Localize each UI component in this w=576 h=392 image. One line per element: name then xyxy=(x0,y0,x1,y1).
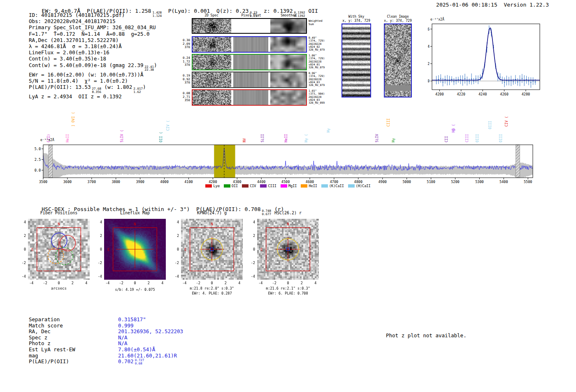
cutout-ytick: -4 xyxy=(171,274,179,278)
pixel-flat-image xyxy=(232,55,269,70)
row-scale-labels: 0.190.92370 xyxy=(173,74,190,85)
spec2d-image xyxy=(193,55,231,70)
cleanimage-subtitle: x, y: 374, 729 xyxy=(381,19,414,23)
emission-line-label: CIII xyxy=(387,118,390,127)
svg-text:3700: 3700 xyxy=(88,180,96,184)
match-row: Est LyA rest-EW7.80(±0.54)Å xyxy=(29,347,183,353)
svg-text:4: 4 xyxy=(428,44,430,49)
pixel-flat-image xyxy=(232,90,269,105)
smoothed-image xyxy=(270,90,306,105)
spec2d-image xyxy=(193,37,231,52)
svg-text:E: E xyxy=(260,248,262,252)
legend-label: HeII xyxy=(309,184,317,188)
info-line: ID: 4018170215 (4018170215.pdf) xyxy=(29,12,157,18)
cutout-xtick: -2 xyxy=(194,281,203,285)
spectrum-plot: 3500360037003800390040004100420043004400… xyxy=(25,138,555,187)
cutout-caption: m:21.6 re:2.1" s:0.3" xyxy=(247,286,329,290)
svg-text:4000: 4000 xyxy=(160,180,168,184)
info-line: Primary Spec_Slot_IFU_AMP: 326_082_034_R… xyxy=(29,24,157,30)
svg-text:E: E xyxy=(184,248,186,252)
cutout-xtick: 4 xyxy=(158,281,167,285)
svg-text:5.0: 5.0 xyxy=(35,147,41,151)
legend-label: (H)CaII xyxy=(356,184,371,188)
photz-note: Phot z plot not available. xyxy=(386,332,467,339)
svg-text:e⁻¹⁷x2Å: e⁻¹⁷x2Å xyxy=(40,138,54,142)
cutout-xtick: -4 xyxy=(180,281,189,285)
cutout-ytick: -2 xyxy=(247,261,255,265)
match-table: Separation0.315817" Match score0.999 RA,… xyxy=(29,317,183,365)
col-header-smoothed: Smoothed xyxy=(270,14,307,17)
svg-text:3900: 3900 xyxy=(136,180,144,184)
svg-text:6: 6 xyxy=(428,27,430,31)
spec2d-image xyxy=(193,90,231,105)
weighted-sum-row xyxy=(192,18,307,34)
row-scale-labels: 0.082.71350 xyxy=(173,92,190,102)
cutout-xtick: 2 xyxy=(68,281,77,285)
cutout-overlay: NE xyxy=(28,219,90,280)
cutout-xtick: -2 xyxy=(270,281,279,285)
cutout-xtick: -4 xyxy=(103,281,112,285)
withsky-title: With Sky xyxy=(340,15,373,19)
cleanimage-image xyxy=(385,24,411,97)
legend-item: CIII xyxy=(260,184,276,188)
legend-label: MgII xyxy=(288,184,297,188)
cutout-xtick: 0 xyxy=(54,281,63,285)
cutout-caption: m:21.8 re:2.0" s:0.3" xyxy=(171,286,253,290)
withsky-image xyxy=(342,24,370,97)
emission-line-label: CIV ( xyxy=(505,116,509,127)
svg-text:4220: 4220 xyxy=(457,92,465,96)
cutout-title: Fiber Positions xyxy=(20,211,98,215)
spectrum-legend: LyαOIICIVCIIIMgIIHeII(K)CaII(H)CaII xyxy=(177,184,399,188)
legend-item: (H)CaII xyxy=(348,184,371,188)
cutout-title: HSC(26.2) r xyxy=(249,211,327,215)
summary-seg3: z: 0.1392 xyxy=(257,8,293,14)
timestamp-version: 2025-01-06 00:18:15 Version 1.22.3 xyxy=(436,2,549,8)
cutout-ytick: 4 xyxy=(247,220,255,224)
match-row: Spec zN/A xyxy=(29,335,183,341)
cutout-ytick: 0 xyxy=(18,247,26,251)
svg-text:4400: 4400 xyxy=(257,180,265,184)
spec2d-row xyxy=(192,54,307,70)
svg-text:0.0: 0.0 xyxy=(35,168,41,172)
legend-swatch xyxy=(260,184,267,188)
legend-item: HeII xyxy=(301,184,317,188)
legend-item: (K)CaII xyxy=(321,184,344,188)
cleanimage-panel xyxy=(384,23,412,97)
info-line: LyA z = 2.4934 OII z = 0.1392 xyxy=(29,93,157,100)
info-line: RA,Dec (201.327011,52.522278) xyxy=(29,37,157,43)
cutout-overlay: NE xyxy=(257,219,319,280)
cutout-xlabel: arcsecs xyxy=(20,286,98,290)
legend-item: OII xyxy=(224,184,238,188)
col-header-pixelflat: Pixel Flat xyxy=(232,14,270,17)
smoothed-image xyxy=(270,37,306,52)
legend-label: CIII xyxy=(268,184,276,188)
summary-seg4: OII xyxy=(305,8,318,14)
cutout-xtick: -2 xyxy=(41,281,50,285)
cutout-caption: s/b: 4.19 +/- 0.075 xyxy=(94,288,176,292)
pixel-flat-image xyxy=(232,72,269,87)
emission-line-label: ] OVI ( xyxy=(72,112,75,127)
row-meta-labels: 1.65"(373, 904)20220228v024_03326_RU_099 xyxy=(309,90,325,104)
row-meta-value: 326_RU_079 xyxy=(309,84,325,87)
svg-text:4300: 4300 xyxy=(233,180,241,184)
svg-text:4100: 4100 xyxy=(184,180,193,184)
svg-text:e⁻¹⁷x2Å: e⁻¹⁷x2Å xyxy=(430,17,444,21)
cutout-ytick: 2 xyxy=(18,234,26,238)
row-scale-value: 370 xyxy=(173,63,190,67)
svg-text:4600: 4600 xyxy=(306,180,314,184)
svg-text:4260: 4260 xyxy=(500,92,508,96)
row-meta-labels: 0.96"(374, 729)20220228v024_03326_RU_079 xyxy=(309,72,325,87)
legend-swatch xyxy=(321,184,328,188)
smoothed-image xyxy=(270,55,306,70)
svg-text:4700: 4700 xyxy=(330,180,338,184)
weighted-2dspec-image xyxy=(193,19,231,33)
spec2d-row xyxy=(192,72,307,88)
cutout-caption: EWr: 4. PLAE: 0.287 xyxy=(171,291,253,295)
svg-text:5300: 5300 xyxy=(475,180,483,184)
svg-text:2.5: 2.5 xyxy=(35,158,41,162)
info-line: Obs: 20220228v024_4018170215 xyxy=(29,18,157,24)
weighted-smoothed-image xyxy=(270,19,306,33)
weighted-pixelflat-blank xyxy=(232,19,269,33)
spec2d-row xyxy=(192,89,307,106)
legend-swatch xyxy=(242,184,249,188)
